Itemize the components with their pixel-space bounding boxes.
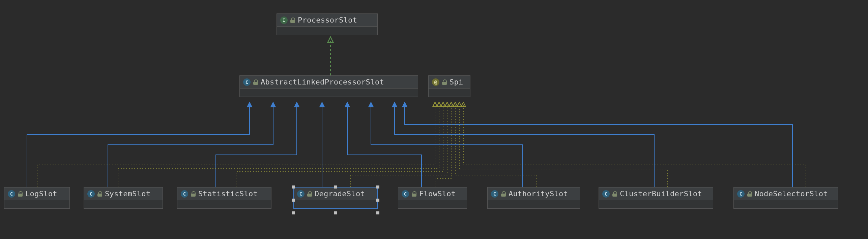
node-degrade-slot[interactable]: C DegradeSlot (293, 187, 378, 209)
selection-handle[interactable] (292, 185, 295, 189)
node-header: C AbstractLinkedProcessorSlot (240, 76, 418, 89)
edge-authority-spi (455, 104, 536, 187)
edge-system-spi (118, 104, 439, 187)
node-title: ProcessorSlot (298, 16, 357, 24)
edge-nodeselector-spi (463, 104, 806, 187)
class-icon: C (602, 190, 610, 198)
edge-statistic-spi (236, 104, 443, 187)
node-title: AuthoritySlot (509, 190, 568, 198)
selection-handle[interactable] (376, 185, 379, 189)
node-header: C ClusterBuilderSlot (599, 187, 713, 200)
lock-icon (97, 191, 102, 197)
selection-handle[interactable] (376, 211, 379, 214)
lock-icon (747, 191, 752, 197)
selection-handle[interactable] (292, 199, 295, 202)
lock-icon (191, 191, 196, 197)
node-body (177, 200, 271, 208)
node-log-slot[interactable]: C LogSlot (4, 187, 70, 209)
node-body (488, 200, 580, 208)
edge-authority-abstract (371, 104, 523, 187)
lock-icon (18, 191, 23, 197)
lock-icon (307, 191, 312, 197)
lock-icon (412, 191, 416, 197)
selection-handle[interactable] (334, 185, 337, 189)
lock-icon (442, 79, 447, 85)
selection-handle[interactable] (292, 211, 295, 214)
node-abstract-linked-processor-slot[interactable]: C AbstractLinkedProcessorSlot (239, 75, 418, 97)
edge-log-abstract (27, 104, 250, 187)
node-header: C FlowSlot (398, 187, 467, 200)
class-icon: C (297, 190, 305, 198)
node-node-selector-slot[interactable]: C NodeSelectorSlot (733, 187, 838, 209)
edge-system-abstract (108, 104, 273, 187)
class-icon: C (87, 190, 95, 198)
node-title: ClusterBuilderSlot (620, 190, 702, 198)
node-system-slot[interactable]: C SystemSlot (84, 187, 163, 209)
node-body (398, 200, 467, 208)
node-title: StatisticSlot (198, 190, 258, 198)
node-header: C StatisticSlot (177, 187, 271, 200)
node-spi[interactable]: @ Spi (428, 75, 470, 97)
lock-icon (501, 191, 506, 197)
node-body (599, 200, 713, 208)
edge-cluster-abstract (395, 104, 654, 187)
node-header: I ProcessorSlot (277, 14, 377, 27)
class-icon: C (737, 190, 745, 198)
node-processor-slot[interactable]: I ProcessorSlot (277, 13, 378, 35)
node-body (429, 89, 470, 97)
node-header: C SystemSlot (84, 187, 163, 200)
lock-icon (253, 79, 258, 85)
edge-flow-abstract (347, 104, 422, 187)
node-header: C AuthoritySlot (488, 187, 580, 200)
node-flow-slot[interactable]: C FlowSlot (398, 187, 467, 209)
class-icon: C (181, 190, 188, 198)
node-title: SystemSlot (105, 190, 150, 198)
node-body (240, 89, 418, 97)
node-title: FlowSlot (419, 190, 456, 198)
node-statistic-slot[interactable]: C StatisticSlot (177, 187, 271, 209)
node-body (277, 27, 377, 35)
class-icon: C (243, 78, 251, 86)
node-title: DegradeSlot (315, 190, 365, 198)
lock-icon (290, 18, 295, 23)
uml-canvas[interactable]: I ProcessorSlot C AbstractLinkedProcesso… (0, 0, 868, 239)
node-body (84, 200, 163, 208)
selection-handle[interactable] (376, 199, 379, 202)
class-icon: C (402, 190, 409, 198)
node-body (734, 200, 838, 208)
lock-icon (612, 191, 617, 197)
class-icon: C (491, 190, 498, 198)
edge-statistic-abstract (216, 104, 297, 187)
node-header: C DegradeSlot (294, 187, 377, 200)
edge-nodeselector-abstract (405, 104, 792, 187)
edge-flow-spi (435, 104, 451, 187)
annotation-icon: @ (432, 78, 439, 86)
node-title: LogSlot (25, 190, 57, 198)
node-authority-slot[interactable]: C AuthoritySlot (487, 187, 580, 209)
edge-cluster-spi (459, 104, 668, 187)
node-title: Spi (450, 78, 463, 86)
class-icon: C (8, 190, 15, 198)
selection-handle[interactable] (334, 211, 337, 214)
node-cluster-builder-slot[interactable]: C ClusterBuilderSlot (599, 187, 713, 209)
node-header: @ Spi (429, 76, 470, 89)
node-title: AbstractLinkedProcessorSlot (261, 78, 384, 86)
node-header: C NodeSelectorSlot (734, 187, 838, 200)
node-body (294, 200, 377, 208)
node-body (4, 200, 69, 208)
interface-icon: I (280, 16, 288, 24)
node-header: C LogSlot (4, 187, 69, 200)
edge-degrade-spi (351, 104, 447, 187)
edge-log-spi (37, 104, 435, 187)
node-title: NodeSelectorSlot (755, 190, 828, 198)
